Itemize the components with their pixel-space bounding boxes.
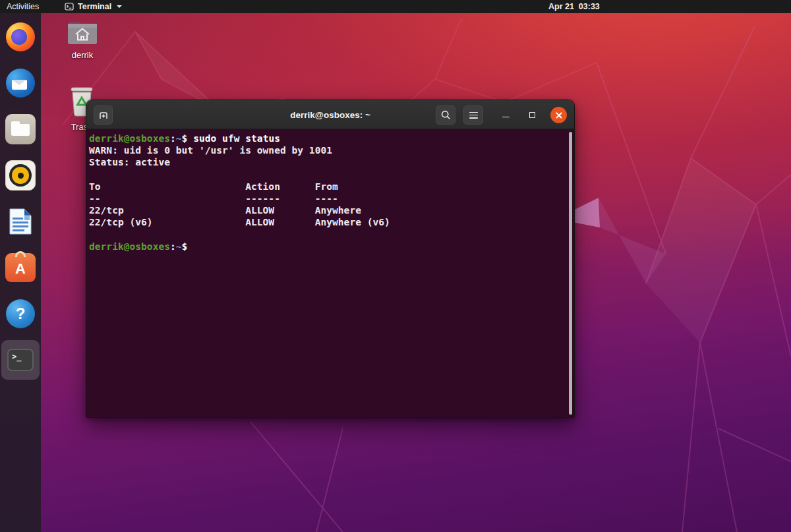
top-bar: Activities Terminal Apr 21 03:33 — [0, 0, 791, 13]
dock-item-libreoffice-writer[interactable] — [1, 206, 40, 237]
close-button[interactable] — [550, 106, 568, 124]
prompt-dollar: $ — [182, 241, 188, 252]
dock-item-help[interactable]: ? — [1, 298, 40, 330]
output-line: 22/tcp ALLOW Anywhere — [89, 204, 565, 216]
terminal-window: derrik@osboxes: ~ — [86, 100, 574, 417]
output-line: To Action From — [89, 181, 565, 192]
ubuntu-software-icon: A — [5, 253, 36, 282]
title-bar[interactable]: derrik@osboxes: ~ — [86, 100, 574, 129]
minimize-icon — [502, 117, 510, 118]
new-tab-button[interactable] — [94, 105, 113, 125]
prompt-line: derrik@osboxes:~$ sudo ufw status — [89, 133, 565, 144]
search-icon — [440, 109, 452, 121]
desktop-icon-home-folder[interactable]: derrik — [63, 20, 102, 60]
output-line: WARN: uid is 0 but '/usr' is owned by 10… — [89, 144, 565, 156]
close-icon — [550, 107, 567, 123]
terminal-content[interactable]: derrik@osboxes:~$ sudo ufw status WARN: … — [86, 129, 574, 417]
prompt-path: ~ — [176, 133, 182, 144]
minimize-button[interactable] — [496, 105, 515, 125]
dock-item-thunderbird[interactable] — [1, 67, 40, 99]
prompt-colon: : — [170, 241, 176, 252]
maximize-button[interactable] — [523, 105, 541, 125]
firefox-icon — [6, 22, 35, 51]
prompt-path: ~ — [176, 241, 182, 252]
output-line: 22/tcp (v6) ALLOW Anywhere (v6) — [89, 216, 565, 228]
menu-button[interactable] — [463, 105, 483, 125]
dock-item-terminal[interactable]: >_ — [1, 340, 40, 380]
dock-item-files[interactable] — [1, 113, 40, 145]
hamburger-icon — [469, 112, 478, 119]
activities-button[interactable]: Activities — [0, 0, 45, 13]
app-menu-button[interactable]: Terminal — [65, 0, 122, 13]
prompt-user-host: derrik@osboxes — [89, 241, 170, 252]
dock-item-firefox[interactable] — [1, 21, 40, 53]
output-line — [89, 229, 565, 241]
thunderbird-icon — [6, 69, 35, 98]
maximize-icon — [529, 112, 535, 118]
prompt-line: derrik@osboxes:~$ — [89, 241, 565, 252]
dock-item-ubuntu-software[interactable]: A — [1, 252, 40, 283]
terminal-indicator-icon — [65, 2, 74, 11]
software-letter: A — [15, 262, 26, 276]
command-text: sudo ufw status — [187, 133, 280, 144]
libreoffice-writer-icon — [8, 207, 33, 236]
new-tab-icon — [98, 110, 109, 121]
output-line — [89, 169, 565, 181]
help-icon: ? — [6, 299, 35, 328]
search-button[interactable] — [436, 105, 455, 125]
home-folder-icon — [67, 20, 98, 46]
terminal-icon: >_ — [7, 349, 34, 371]
output-line: -- ------ ---- — [89, 192, 565, 204]
desktop-icon-label: derrik — [63, 50, 102, 60]
prompt-user-host: derrik@osboxes — [89, 133, 170, 144]
focused-app-name: Terminal — [78, 2, 111, 11]
clock[interactable]: Apr 21 03:33 — [548, 0, 600, 13]
files-icon — [5, 114, 36, 144]
dock: A ? >_ — [0, 13, 41, 532]
prompt-colon: : — [170, 133, 176, 144]
rhythmbox-icon — [5, 160, 36, 191]
chevron-down-icon — [117, 5, 122, 8]
help-glyph: ? — [16, 306, 26, 322]
output-line: Status: active — [89, 156, 565, 168]
desktop: Activities Terminal Apr 21 03:33 — [0, 0, 791, 532]
dock-item-rhythmbox[interactable] — [1, 160, 40, 191]
terminal-scrollbar[interactable] — [569, 132, 572, 415]
